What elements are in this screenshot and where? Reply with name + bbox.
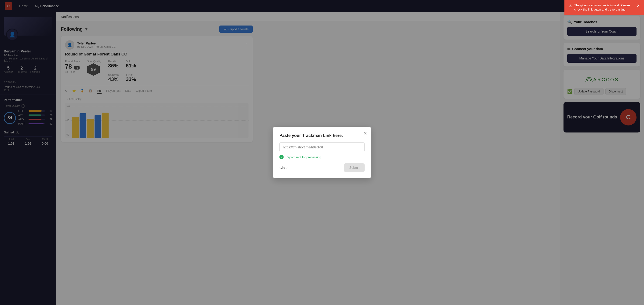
modal-close-button[interactable]: Close	[280, 166, 288, 170]
error-toast: ⚠ The given trackman link is invalid. Pl…	[564, 0, 644, 15]
modal-actions: Close Submit	[280, 164, 364, 172]
modal-success-message: ✓ Report sent for processing	[280, 155, 364, 159]
modal-overlay[interactable]: Paste your Trackman Link here. ✕ ✓ Repor…	[0, 0, 644, 305]
warning-icon: ⚠	[569, 4, 572, 9]
success-check-icon: ✓	[280, 155, 284, 159]
modal-title: Paste your Trackman Link here.	[280, 133, 364, 138]
modal-close-x-button[interactable]: ✕	[364, 130, 368, 136]
trackman-modal: Paste your Trackman Link here. ✕ ✓ Repor…	[273, 127, 371, 178]
trackman-link-input[interactable]	[280, 142, 364, 152]
toast-close-button[interactable]: ✕	[637, 3, 640, 8]
modal-submit-button[interactable]: Submit	[344, 164, 364, 172]
